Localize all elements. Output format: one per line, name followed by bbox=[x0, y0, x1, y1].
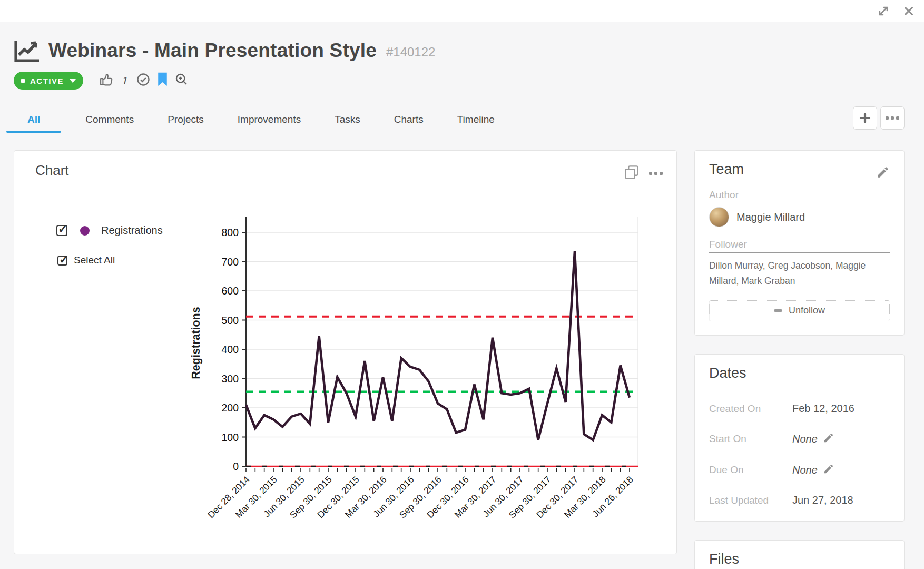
tab-comments[interactable]: Comments bbox=[76, 114, 143, 133]
chart-card: Chart Registrations bbox=[14, 150, 677, 554]
tab-projects[interactable]: Projects bbox=[158, 114, 213, 133]
sidebar: Team Author Maggie Millard Follower Dill… bbox=[694, 150, 905, 569]
svg-text:300: 300 bbox=[221, 373, 239, 385]
team-title: Team bbox=[709, 161, 890, 178]
check-circle-icon[interactable] bbox=[136, 72, 151, 89]
like-count: 1 bbox=[121, 75, 127, 86]
created-on-row: Created On Feb 12, 2016 bbox=[709, 403, 890, 415]
svg-text:800: 800 bbox=[221, 227, 239, 238]
chart-more-icon[interactable] bbox=[649, 172, 663, 175]
svg-text:0: 0 bbox=[233, 460, 239, 472]
svg-text:400: 400 bbox=[221, 344, 239, 355]
minus-icon bbox=[774, 309, 782, 312]
chart-card-title: Chart bbox=[35, 162, 69, 179]
svg-text:700: 700 bbox=[221, 256, 239, 268]
due-on-row: Due On None bbox=[709, 463, 890, 477]
status-badge[interactable]: ACTIVE bbox=[14, 72, 83, 90]
start-on-row: Start On None bbox=[709, 432, 890, 446]
files-title: Files bbox=[709, 551, 890, 567]
tab-bar: All Comments Projects Improvements Tasks… bbox=[14, 105, 905, 133]
edit-date-pencil-icon[interactable] bbox=[823, 432, 834, 446]
bookmark-icon[interactable] bbox=[157, 72, 168, 89]
svg-text:500: 500 bbox=[221, 315, 239, 326]
expand-icon[interactable] bbox=[877, 4, 890, 18]
unfollow-button[interactable]: Unfollow bbox=[709, 300, 890, 321]
registrations-line-chart: 0100200300400500600700800RegistrationsDe… bbox=[14, 180, 676, 548]
close-icon[interactable] bbox=[902, 4, 916, 18]
svg-text:Registrations: Registrations bbox=[190, 307, 202, 379]
ellipsis-icon bbox=[886, 116, 899, 120]
tab-improvements[interactable]: Improvements bbox=[228, 114, 310, 133]
tab-all[interactable]: All bbox=[6, 114, 61, 133]
dates-card: Dates Created On Feb 12, 2016 Start On N… bbox=[694, 354, 905, 522]
edit-date-pencil-icon[interactable] bbox=[823, 463, 834, 477]
dates-title: Dates bbox=[709, 365, 890, 381]
window-title-bar bbox=[0, 0, 924, 22]
author-avatar[interactable] bbox=[709, 207, 729, 227]
tab-tasks[interactable]: Tasks bbox=[325, 114, 370, 133]
tab-timeline[interactable]: Timeline bbox=[448, 114, 504, 133]
last-updated-row: Last Updated Jun 27, 2018 bbox=[709, 494, 890, 506]
follower-label: Follower bbox=[709, 239, 890, 253]
status-dot-icon bbox=[21, 79, 25, 83]
line-chart-icon bbox=[14, 38, 41, 63]
zoom-in-icon[interactable] bbox=[174, 72, 189, 89]
edit-team-pencil-icon[interactable] bbox=[876, 165, 890, 181]
team-card: Team Author Maggie Millard Follower Dill… bbox=[694, 150, 905, 336]
author-name[interactable]: Maggie Millard bbox=[736, 211, 805, 223]
svg-text:600: 600 bbox=[221, 285, 239, 297]
files-card: Files bbox=[694, 540, 905, 569]
status-label: ACTIVE bbox=[30, 76, 64, 85]
header: Webinars - Main Presentation Style #1401… bbox=[14, 37, 905, 64]
svg-text:100: 100 bbox=[221, 431, 239, 443]
tab-charts[interactable]: Charts bbox=[385, 114, 433, 133]
followers-list: Dillon Murray, Greg Jacobson, Maggie Mil… bbox=[709, 258, 890, 289]
more-options-button[interactable] bbox=[880, 106, 905, 130]
page-title: Webinars - Main Presentation Style bbox=[48, 40, 377, 62]
svg-text:200: 200 bbox=[221, 402, 239, 414]
item-id: #140122 bbox=[386, 45, 435, 60]
author-label: Author bbox=[709, 189, 890, 201]
add-button[interactable] bbox=[853, 106, 877, 130]
chevron-down-icon bbox=[70, 79, 76, 83]
thumbs-up-icon[interactable] bbox=[99, 72, 115, 90]
